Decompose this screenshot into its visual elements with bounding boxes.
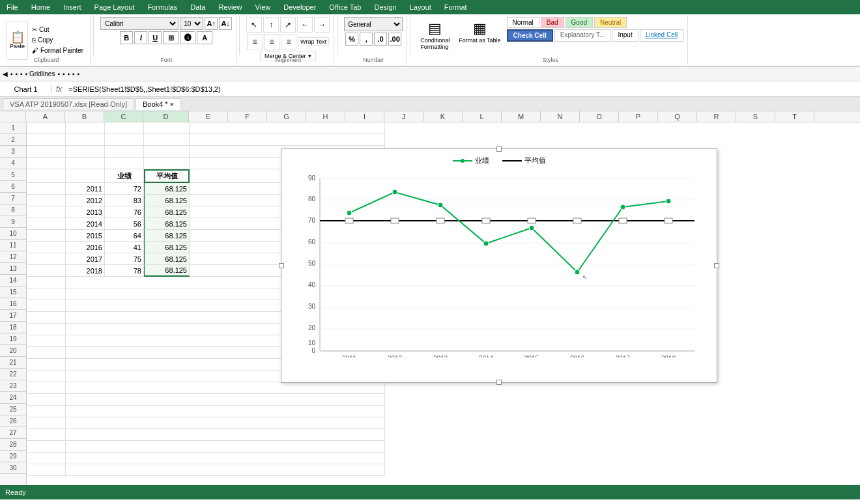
row-26[interactable]: 26 [0,415,26,427]
row-20[interactable]: 20 [0,345,26,357]
cell-a5[interactable] [27,169,66,183]
quick-btn-2[interactable]: ▪ [10,70,13,77]
cell-d12[interactable]: 68.125 [144,253,190,265]
cell-c11[interactable]: 41 [105,242,144,253]
number-format-select[interactable]: General [344,17,403,31]
col-s[interactable]: S [736,111,775,122]
row-1[interactable]: 1 [0,122,26,134]
cell-d2[interactable] [144,134,190,146]
cell-e2-rest[interactable] [190,134,385,146]
row-15[interactable]: 15 [0,287,26,298]
indent-increase[interactable]: → [314,17,330,33]
cell-a12[interactable] [27,253,66,265]
col-l[interactable]: L [463,111,502,122]
font-name-select[interactable]: Calibri [100,17,179,30]
cell-d10[interactable]: 68.125 [144,230,190,242]
col-j[interactable]: J [384,111,423,122]
chart-handle-top[interactable] [496,147,502,152]
tab-book4[interactable]: Book4 * × [136,98,181,110]
bad-style[interactable]: Bad [541,17,564,28]
cell-d6[interactable]: 68.125 [144,183,190,195]
cell-c8[interactable]: 76 [105,206,144,218]
format-painter-button[interactable]: 🖌 Format Painter [29,46,86,55]
chart-handle-bottom[interactable] [496,380,502,385]
cell-d4[interactable] [144,158,190,169]
cell-d3[interactable] [144,146,190,158]
check-cell-style[interactable]: Check Cell [507,29,553,42]
font-color-button[interactable]: A [197,31,212,44]
menu-office-tab[interactable]: Office Tab [322,3,367,11]
cell-c6[interactable]: 72 [105,183,144,195]
col-a[interactable]: A [26,111,65,122]
cell-a21[interactable] [27,359,66,371]
cell-a14[interactable] [27,277,66,288]
cell-c4[interactable] [105,158,144,169]
quick-btn-9[interactable]: ▪ [78,70,80,77]
col-p[interactable]: P [619,111,658,122]
col-m[interactable]: M [502,111,541,122]
cell-a26[interactable] [27,417,66,429]
row-4[interactable]: 4 [0,158,26,169]
cell-rest-26[interactable] [66,417,385,429]
cell-b3[interactable] [66,146,105,158]
gridlines-btn[interactable]: ▪ Gridlines [25,70,55,77]
bold-button[interactable]: B [120,31,133,44]
menu-file[interactable]: File [0,3,25,11]
cell-rest-24[interactable] [66,394,385,406]
row-11[interactable]: 11 [0,240,26,251]
percent-button[interactable]: % [345,33,358,46]
row-24[interactable]: 24 [0,392,26,404]
row-13[interactable]: 13 [0,263,26,275]
col-g[interactable]: G [267,111,306,122]
cell-c9[interactable]: 56 [105,218,144,230]
row-18[interactable]: 18 [0,322,26,333]
col-f[interactable]: F [228,111,267,122]
fill-color-button[interactable]: 🅐 [180,31,195,44]
cell-a27[interactable] [27,429,66,441]
cell-b6[interactable]: 2011 [66,183,105,195]
align-top-center[interactable]: ↑ [263,17,279,33]
col-c[interactable]: C [104,111,143,122]
quick-btn-8[interactable]: ▪ [72,70,75,77]
col-b[interactable]: B [65,111,104,122]
row-5[interactable]: 5 [0,169,26,181]
row-30[interactable]: 30 [0,462,26,474]
row-8[interactable]: 8 [0,204,26,216]
cell-rest-27[interactable] [66,429,385,441]
row-21[interactable]: 21 [0,357,26,369]
cell-a13[interactable] [27,265,66,277]
cell-c3[interactable] [105,146,144,158]
cell-d1[interactable] [144,122,190,134]
row-29[interactable]: 29 [0,451,26,462]
border-button[interactable]: ⊞ [163,31,179,44]
tab-vsa-atp[interactable]: VSA ATP 20190507.xlsx [Read-Only] [3,98,134,109]
linked-cell-style[interactable]: Linked Cell [640,29,683,42]
cell-a11[interactable] [27,242,66,253]
cell-d5-header[interactable]: 平均值 [144,169,190,183]
cell-b10[interactable]: 2015 [66,230,105,242]
cell-d9[interactable]: 68.125 [144,218,190,230]
col-k[interactable]: K [423,111,463,122]
col-d[interactable]: D [143,111,189,122]
align-top-right[interactable]: ↗ [280,17,296,33]
normal-style[interactable]: Normal [507,17,539,28]
menu-design[interactable]: Design [367,3,403,11]
indent-decrease[interactable]: ← [297,17,313,33]
italic-button[interactable]: I [134,31,147,44]
chart-handle-left[interactable] [279,263,284,268]
conditional-formatting-button[interactable]: ▤ ConditionalFormatting [417,17,453,53]
menu-format[interactable]: Format [438,3,474,11]
col-q[interactable]: Q [658,111,697,122]
menu-home[interactable]: Home [25,3,57,11]
menu-review[interactable]: Review [212,3,248,11]
cell-d13[interactable]: 68.125 [144,265,190,277]
wrap-text-button[interactable]: Wrap Text [298,37,329,46]
input-style[interactable]: Input [612,29,638,42]
cell-a15[interactable] [27,288,66,300]
cell-a30[interactable] [27,464,66,476]
cell-c13[interactable]: 78 [105,265,144,277]
cell-a6[interactable] [27,183,66,195]
cell-a3[interactable] [27,146,66,158]
row-16[interactable]: 16 [0,298,26,310]
cell-e1-rest[interactable] [190,122,385,134]
